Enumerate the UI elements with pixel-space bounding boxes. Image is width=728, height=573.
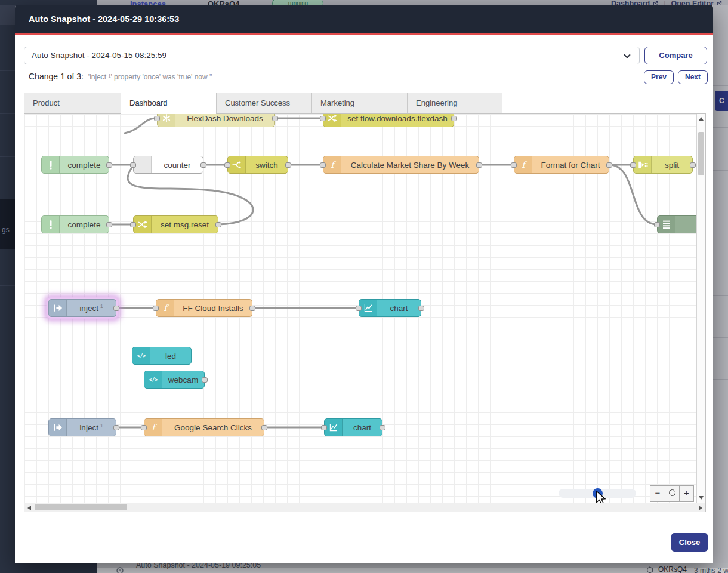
function-icon: f — [514, 156, 532, 173]
flow-node-switch: switch — [227, 156, 288, 174]
input-port — [654, 222, 660, 227]
flow-node-label: set msg.reset — [152, 216, 218, 233]
output-port — [113, 425, 119, 430]
tab-customer-success[interactable]: Customer Success — [216, 93, 311, 113]
compare-button[interactable]: Compare — [644, 47, 707, 64]
flow-wire — [125, 118, 156, 133]
horizontal-scrollbar-thumb[interactable] — [35, 504, 127, 510]
input-port — [320, 116, 326, 121]
vertical-scrollbar-thumb[interactable] — [698, 132, 704, 175]
flow-node-calculate-market-share: fCalculate Market Share By Week — [323, 156, 479, 174]
scroll-right-arrow[interactable] — [699, 506, 702, 510]
output-port — [380, 425, 385, 430]
flow-node-ff-cloud-installs: fFF Cloud Installs — [156, 299, 252, 317]
flow-node-label: Format for Chart — [532, 156, 609, 173]
flow-node-inject-1: inject1 — [48, 299, 116, 317]
flow-node-inject-2: inject1 — [48, 418, 116, 436]
prev-button[interactable]: Prev — [644, 70, 674, 84]
flow-node-webcam: </>webcam — [144, 371, 205, 389]
output-port — [476, 162, 482, 168]
mouse-cursor-icon — [596, 491, 607, 503]
svg-text:</>: </> — [137, 353, 146, 359]
vertical-scrollbar[interactable] — [696, 114, 705, 503]
close-button[interactable]: Close — [671, 533, 708, 552]
output-port — [249, 306, 255, 311]
zoom-out-button[interactable]: − — [650, 486, 665, 501]
exclamation-icon — [42, 216, 60, 233]
switch-icon — [228, 156, 246, 173]
output-port — [200, 162, 206, 168]
output-port — [113, 306, 119, 311]
flow-node-label: led — [150, 347, 191, 364]
function-icon: f — [323, 156, 341, 173]
input-port — [130, 162, 136, 168]
flow-node-complete-2: complete — [41, 215, 109, 233]
code-icon: </> — [132, 347, 150, 364]
flow-node-chart-2: chart — [324, 418, 382, 436]
flow-node-debug: debug — [657, 215, 696, 233]
output-port — [272, 116, 278, 121]
flexdash-icon — [158, 114, 175, 127]
flow-node-label: inject1 — [67, 300, 116, 316]
inject-icon — [49, 419, 67, 436]
output-port — [418, 306, 424, 311]
output-port — [202, 377, 208, 383]
flow-node-label: complete — [60, 156, 109, 173]
tab-dashboard[interactable]: Dashboard — [121, 93, 216, 114]
modal-header: Auto Snapshot - 2024-05-29 10:36:53 — [15, 5, 713, 33]
output-port — [690, 162, 696, 168]
svg-text:f: f — [331, 160, 336, 170]
flow-canvas-wrap: FlexDash Downloadsset flow.downloads.fle… — [24, 113, 706, 503]
flow-node-label: chart — [377, 300, 421, 316]
svg-text:f: f — [522, 160, 527, 170]
zoom-in-button[interactable]: + — [679, 486, 693, 501]
page: gs Instances OKRsQ4 running Dashboard | … — [0, 0, 728, 573]
change-counter-label: Change 1 of 3: — [29, 72, 84, 81]
snapshot-modal: Auto Snapshot - 2024-05-29 10:36:53 Auto… — [15, 5, 713, 563]
horizontal-scrollbar[interactable] — [24, 503, 706, 512]
svg-text:f: f — [164, 303, 169, 313]
tab-marketing[interactable]: Marketing — [311, 93, 407, 113]
scroll-down-arrow[interactable] — [699, 496, 704, 500]
zoom-reset-button[interactable] — [665, 486, 679, 501]
svg-text:</>: </> — [149, 377, 158, 383]
flow-node-counter: counter — [133, 156, 203, 174]
split-icon — [634, 156, 652, 173]
output-port — [261, 425, 267, 430]
zoom-reset-icon — [669, 489, 675, 496]
flow-node-led: </>led — [132, 347, 192, 365]
exclamation-icon — [42, 156, 60, 173]
output-port — [215, 222, 221, 227]
chart-icon — [359, 300, 377, 316]
inject-icon — [49, 300, 67, 316]
change-icon — [134, 216, 152, 233]
tab-product[interactable]: Product — [24, 93, 121, 113]
flow-node-label: split — [652, 156, 692, 173]
input-port — [130, 222, 136, 227]
function-icon: f — [144, 419, 162, 436]
flow-node-label: set flow.downloads.flexdash — [341, 114, 454, 127]
output-port — [106, 222, 112, 227]
scroll-up-arrow[interactable] — [699, 117, 704, 121]
scroll-left-arrow[interactable] — [27, 506, 31, 510]
snapshot-select-value: Auto Snapshot - 2024-05-15 08:25:59 — [32, 51, 166, 60]
function-icon: f — [156, 300, 174, 316]
change-description: 'inject ¹' property 'once' was 'true' no… — [88, 73, 212, 81]
tab-engineering[interactable]: Engineering — [407, 93, 502, 113]
chart-icon — [325, 419, 343, 436]
modal-title: Auto Snapshot - 2024-05-29 10:36:53 — [29, 14, 179, 24]
modal-accent-line — [15, 33, 713, 35]
flow-node-format-for-chart: fFormat for Chart — [514, 156, 609, 174]
flow-node-label: complete — [60, 216, 109, 233]
input-port — [321, 425, 327, 430]
code-icon: </> — [144, 371, 162, 388]
flow-node-label: counter — [152, 156, 203, 173]
next-button[interactable]: Next — [678, 70, 708, 84]
snapshot-select[interactable]: Auto Snapshot - 2024-05-15 08:25:59 — [24, 47, 640, 64]
output-port — [285, 162, 291, 168]
output-port — [451, 116, 457, 121]
input-port — [630, 162, 636, 168]
flow-node-complete-1: complete — [41, 156, 109, 174]
input-port — [154, 116, 160, 121]
flow-node-label: Google Search Clicks — [162, 419, 264, 436]
